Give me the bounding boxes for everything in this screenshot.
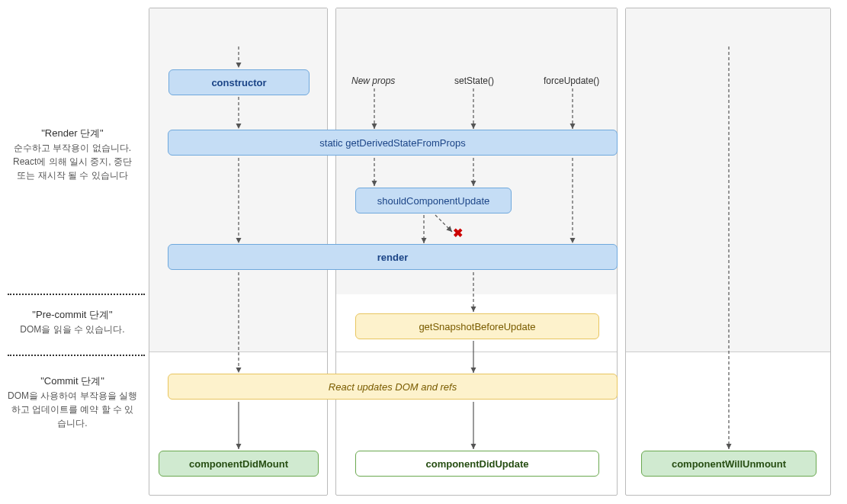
trigger-forceupdate: forceUpdate(): [544, 75, 599, 86]
node-gdsfp: static getDerivedStateFromProps: [168, 130, 618, 156]
node-render: render: [168, 244, 618, 270]
node-cdm: componentDidMount: [159, 451, 319, 477]
phase-sep-1: [8, 294, 145, 295]
lifecycle-diagram: "Render 단계" 순수하고 부작용이 없습니다. React에 의해 일시…: [8, 8, 839, 496]
node-cwu: componentWillUnmount: [641, 451, 817, 477]
trigger-newprops: New props: [351, 75, 395, 86]
node-constructor: constructor: [168, 69, 310, 95]
col-update-line: [336, 352, 617, 352]
node-react-updates: React updates DOM and refs: [168, 374, 618, 400]
phase-precommit-title: "Pre-commit 단계": [8, 307, 137, 323]
phase-render-desc: 순수하고 부작용이 없습니다. React에 의해 일시 중지, 중단 또는 재…: [8, 141, 137, 182]
column-unmount: 제거 할 때 componentWillUnmount: [625, 8, 831, 496]
phase-precommit: "Pre-commit 단계" DOM을 읽을 수 있습니다.: [8, 307, 137, 336]
col-mount-shade: [149, 8, 327, 352]
phase-commit: "Commit 단계" DOM을 사용하여 부작용을 실행하고 업데이트를 예약…: [8, 374, 137, 430]
phase-render: "Render 단계" 순수하고 부작용이 없습니다. React에 의해 일시…: [8, 126, 137, 182]
phase-render-title: "Render 단계": [8, 126, 137, 141]
col-mount-line: [149, 352, 327, 352]
phase-precommit-desc: DOM을 읽을 수 있습니다.: [8, 323, 137, 336]
x-icon: ✖: [453, 226, 463, 240]
phase-commit-desc: DOM을 사용하여 부작용을 실행하고 업데이트를 예약 할 수 있습니다.: [8, 389, 137, 430]
node-gsbu: getSnapshotBeforeUpdate: [355, 313, 599, 339]
phase-commit-title: "Commit 단계": [8, 374, 137, 389]
col-unmount-line: [626, 352, 830, 352]
phase-labels: "Render 단계" 순수하고 부작용이 없습니다. React에 의해 일시…: [8, 8, 145, 496]
col-unmount-shade: [626, 8, 830, 352]
columns: 생성 될 때 constructor componentDidMount 업: [149, 8, 831, 496]
phase-sep-2: [8, 355, 145, 356]
trigger-setstate: setState(): [454, 75, 494, 86]
node-cdu: componentDidUpdate: [355, 451, 599, 477]
node-scu: shouldComponentUpdate: [355, 188, 512, 213]
